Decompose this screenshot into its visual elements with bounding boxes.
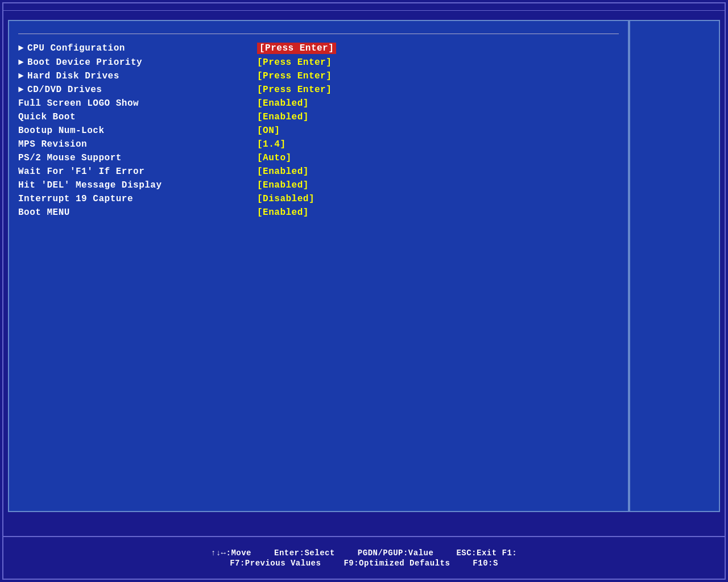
menu-label-full-screen-logo: Full Screen LOGO Show (18, 98, 257, 109)
menu-label-interrupt19: Interrupt 19 Capture (18, 194, 257, 204)
menu-value-hard-disk: [Press Enter] (257, 71, 332, 81)
menu-value-interrupt19: [Disabled] (257, 194, 315, 204)
menu-label-ps2-mouse: PS/2 Mouse Support (18, 153, 257, 163)
main-content: ►CPU Configuration[Press Enter]►Boot Dev… (3, 15, 725, 517)
menu-value-hit-del: [Enabled] (257, 180, 309, 190)
footer-row-1: ↑↓↔:MoveEnter:SelectPGDN/PGUP:ValueESC:E… (211, 548, 517, 558)
arrow-icon: ► (18, 43, 24, 53)
menu-value-wait-f1: [Enabled] (257, 167, 309, 177)
menu-row-interrupt19[interactable]: Interrupt 19 Capture[Disabled] (18, 192, 619, 206)
menu-row-boot-menu[interactable]: Boot MENU[Enabled] (18, 206, 619, 219)
menu-label-quick-boot: Quick Boot (18, 112, 257, 122)
f10-hint: F10:S (473, 559, 498, 568)
menu-row-bootup-numlock[interactable]: Bootup Num-Lock[ON] (18, 124, 619, 138)
arrow-icon: ► (18, 57, 24, 68)
menu-row-cd-dvd[interactable]: ►CD/DVD Drives[Press Enter] (18, 83, 619, 97)
menu-row-cpu-config[interactable]: ►CPU Configuration[Press Enter] (18, 41, 619, 56)
menu-value-cd-dvd: [Press Enter] (257, 85, 332, 95)
subtitle-bar (3, 11, 725, 15)
move-hint: ↑↓↔:Move (211, 548, 251, 558)
divider (18, 34, 619, 34)
menu-value-ps2-mouse: [Auto] (257, 153, 292, 163)
footer: ↑↓↔:MoveEnter:SelectPGDN/PGUP:ValueESC:E… (3, 536, 725, 579)
menu-label-mps-revision: MPS Revision (18, 139, 257, 149)
title-bar (3, 3, 725, 11)
menu-row-hit-del[interactable]: Hit 'DEL' Message Display[Enabled] (18, 178, 619, 192)
f9-hint: F9:Optimized Defaults (344, 559, 450, 568)
arrow-icon: ► (18, 71, 24, 81)
menu-value-cpu-config: [Press Enter] (257, 43, 336, 54)
menu-row-mps-revision[interactable]: MPS Revision[1.4] (18, 138, 619, 151)
esc-exit: ESC:Exit F1: (456, 548, 517, 558)
arrow-icon: ► (18, 85, 24, 95)
menu-label-hit-del: Hit 'DEL' Message Display (18, 180, 257, 190)
menu-row-hard-disk[interactable]: ►Hard Disk Drives[Press Enter] (18, 69, 619, 83)
menu-value-boot-menu: [Enabled] (257, 207, 309, 218)
menu-row-boot-device[interactable]: ►Boot Device Priority[Press Enter] (18, 56, 619, 69)
menu-value-quick-boot: [Enabled] (257, 112, 309, 122)
menu-items: ►CPU Configuration[Press Enter]►Boot Dev… (18, 41, 619, 219)
menu-row-quick-boot[interactable]: Quick Boot[Enabled] (18, 110, 619, 124)
menu-label-boot-device: ►Boot Device Priority (18, 57, 257, 68)
menu-value-boot-device: [Press Enter] (257, 57, 332, 68)
menu-row-ps2-mouse[interactable]: PS/2 Mouse Support[Auto] (18, 151, 619, 165)
menu-label-boot-menu: Boot MENU (18, 207, 257, 218)
menu-label-bootup-numlock: Bootup Num-Lock (18, 126, 257, 136)
menu-label-hard-disk: ►Hard Disk Drives (18, 71, 257, 81)
menu-row-full-screen-logo[interactable]: Full Screen LOGO Show[Enabled] (18, 97, 619, 110)
enter-select: Enter:Select (274, 548, 335, 558)
menu-value-full-screen-logo: [Enabled] (257, 98, 309, 109)
menu-label-cpu-config: ►CPU Configuration (18, 43, 257, 53)
pgdn-value: PGDN/PGUP:Value (358, 548, 434, 558)
menu-row-wait-f1[interactable]: Wait For 'F1' If Error[Enabled] (18, 165, 619, 178)
left-panel: ►CPU Configuration[Press Enter]►Boot Dev… (8, 20, 629, 512)
footer-row-2: F7:Previous ValuesF9:Optimized DefaultsF… (230, 559, 498, 568)
bios-outer-border: ►CPU Configuration[Press Enter]►Boot Dev… (2, 2, 726, 580)
menu-value-mps-revision: [1.4] (257, 139, 286, 149)
menu-label-cd-dvd: ►CD/DVD Drives (18, 85, 257, 95)
menu-value-bootup-numlock: [ON] (257, 126, 280, 136)
menu-label-wait-f1: Wait For 'F1' If Error (18, 167, 257, 177)
right-panel (629, 20, 720, 512)
f7-hint: F7:Previous Values (230, 559, 321, 568)
